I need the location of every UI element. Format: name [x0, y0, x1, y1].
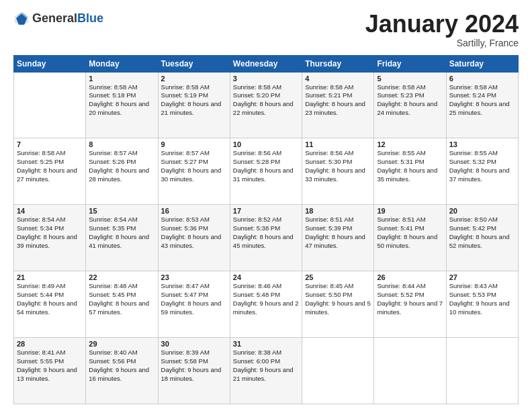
calendar-cell: 4 Sunrise: 8:58 AM Sunset: 5:21 PM Dayli… — [302, 72, 374, 138]
day-number: 23 — [161, 273, 227, 281]
cell-content: Sunrise: 8:54 AM Sunset: 5:35 PM Dayligh… — [89, 216, 154, 250]
sunrise: Sunrise: 8:47 AM — [161, 282, 227, 291]
day-number: 24 — [233, 273, 299, 281]
daylight: Daylight: 9 hours and 7 minutes. — [377, 300, 443, 317]
col-monday: Monday — [86, 55, 158, 72]
daylight: Daylight: 8 hours and 52 minutes. — [449, 233, 515, 250]
day-number: 30 — [161, 340, 227, 348]
sunset: Sunset: 5:18 PM — [89, 91, 154, 100]
calendar-cell: 22 Sunrise: 8:48 AM Sunset: 5:45 PM Dayl… — [86, 271, 158, 338]
day-number: 20 — [449, 207, 515, 215]
sunrise: Sunrise: 8:39 AM — [161, 349, 227, 357]
cell-content: Sunrise: 8:58 AM Sunset: 5:18 PM Dayligh… — [89, 83, 154, 118]
calendar-cell — [302, 338, 374, 404]
sunset: Sunset: 5:35 PM — [89, 224, 154, 233]
cell-content: Sunrise: 8:44 AM Sunset: 5:52 PM Dayligh… — [377, 282, 443, 316]
sunrise: Sunrise: 8:54 AM — [89, 216, 154, 224]
cell-content: Sunrise: 8:58 AM Sunset: 5:23 PM Dayligh… — [377, 83, 443, 118]
cell-content: Sunrise: 8:40 AM Sunset: 5:56 PM Dayligh… — [89, 349, 154, 383]
cell-content: Sunrise: 8:58 AM Sunset: 5:20 PM Dayligh… — [233, 83, 299, 118]
sunset: Sunset: 5:38 PM — [233, 224, 299, 233]
day-number: 31 — [233, 340, 299, 348]
daylight: Daylight: 8 hours and 33 minutes. — [305, 167, 371, 184]
calendar-cell: 29 Sunrise: 8:40 AM Sunset: 5:56 PM Dayl… — [86, 338, 158, 404]
day-number: 19 — [377, 207, 443, 215]
sunrise: Sunrise: 8:52 AM — [233, 216, 299, 224]
sunrise: Sunrise: 8:58 AM — [377, 83, 443, 92]
sunrise: Sunrise: 8:55 AM — [449, 149, 515, 158]
calendar-cell: 13 Sunrise: 8:55 AM Sunset: 5:32 PM Dayl… — [446, 138, 518, 205]
daylight: Daylight: 9 hours and 18 minutes. — [161, 366, 227, 383]
daylight: Daylight: 8 hours and 24 minutes. — [377, 100, 443, 118]
sunset: Sunset: 5:25 PM — [17, 158, 83, 167]
logo-blue: Blue — [77, 12, 103, 26]
sunrise: Sunrise: 8:54 AM — [17, 216, 83, 224]
cell-content: Sunrise: 8:58 AM Sunset: 5:21 PM Dayligh… — [305, 83, 371, 118]
logo-general: General — [32, 12, 77, 26]
sunrise: Sunrise: 8:56 AM — [233, 149, 299, 158]
day-number: 13 — [449, 140, 515, 148]
day-number: 8 — [89, 140, 154, 148]
cell-content: Sunrise: 8:57 AM Sunset: 5:27 PM Dayligh… — [161, 149, 227, 183]
calendar-cell: 14 Sunrise: 8:54 AM Sunset: 5:34 PM Dayl… — [14, 205, 86, 271]
daylight: Daylight: 8 hours and 23 minutes. — [305, 100, 371, 118]
sunset: Sunset: 5:53 PM — [449, 291, 515, 300]
calendar-cell: 15 Sunrise: 8:54 AM Sunset: 5:35 PM Dayl… — [86, 205, 158, 271]
sunset: Sunset: 5:41 PM — [377, 224, 443, 233]
calendar-cell: 20 Sunrise: 8:50 AM Sunset: 5:42 PM Dayl… — [446, 205, 518, 271]
calendar-cell: 10 Sunrise: 8:56 AM Sunset: 5:28 PM Dayl… — [230, 138, 302, 205]
daylight: Daylight: 8 hours and 45 minutes. — [233, 233, 299, 250]
sunset: Sunset: 5:44 PM — [17, 291, 83, 300]
day-number: 14 — [17, 207, 83, 215]
sunset: Sunset: 5:19 PM — [161, 91, 227, 100]
sunset: Sunset: 5:52 PM — [377, 291, 443, 300]
day-number: 5 — [377, 75, 443, 83]
daylight: Daylight: 8 hours and 57 minutes. — [89, 300, 154, 317]
sunrise: Sunrise: 8:48 AM — [89, 282, 154, 291]
calendar-cell: 18 Sunrise: 8:51 AM Sunset: 5:39 PM Dayl… — [302, 205, 374, 271]
calendar: Sunday Monday Tuesday Wednesday Thursday… — [13, 55, 519, 404]
day-number: 4 — [305, 75, 371, 83]
sunset: Sunset: 5:28 PM — [233, 158, 299, 167]
cell-content: Sunrise: 8:39 AM Sunset: 5:58 PM Dayligh… — [161, 349, 227, 383]
cell-content: Sunrise: 8:58 AM Sunset: 5:24 PM Dayligh… — [449, 83, 515, 118]
daylight: Daylight: 8 hours and 37 minutes. — [449, 167, 515, 184]
cell-content: Sunrise: 8:49 AM Sunset: 5:44 PM Dayligh… — [17, 282, 83, 316]
cell-content: Sunrise: 8:55 AM Sunset: 5:31 PM Dayligh… — [377, 149, 443, 183]
sunset: Sunset: 5:23 PM — [377, 91, 443, 100]
daylight: Daylight: 9 hours and 13 minutes. — [17, 366, 83, 383]
cell-content: Sunrise: 8:56 AM Sunset: 5:30 PM Dayligh… — [305, 149, 371, 183]
header-right: January 2024 Sartilly, France — [365, 11, 519, 48]
calendar-cell: 12 Sunrise: 8:55 AM Sunset: 5:31 PM Dayl… — [374, 138, 446, 205]
daylight: Daylight: 8 hours and 27 minutes. — [17, 167, 83, 184]
cell-content: Sunrise: 8:41 AM Sunset: 5:55 PM Dayligh… — [17, 349, 83, 383]
col-wednesday: Wednesday — [230, 55, 302, 72]
day-number: 11 — [305, 140, 371, 148]
daylight: Daylight: 8 hours and 22 minutes. — [233, 100, 299, 118]
day-number: 22 — [89, 273, 154, 281]
cell-content: Sunrise: 8:58 AM Sunset: 5:25 PM Dayligh… — [17, 149, 83, 183]
calendar-cell: 6 Sunrise: 8:58 AM Sunset: 5:24 PM Dayli… — [446, 72, 518, 138]
calendar-cell: 5 Sunrise: 8:58 AM Sunset: 5:23 PM Dayli… — [374, 72, 446, 138]
daylight: Daylight: 8 hours and 20 minutes. — [89, 100, 154, 118]
cell-content: Sunrise: 8:50 AM Sunset: 5:42 PM Dayligh… — [449, 216, 515, 250]
calendar-cell: 23 Sunrise: 8:47 AM Sunset: 5:47 PM Dayl… — [158, 271, 230, 338]
day-number: 17 — [233, 207, 299, 215]
sunrise: Sunrise: 8:58 AM — [17, 149, 83, 158]
day-number: 15 — [89, 207, 154, 215]
daylight: Daylight: 8 hours and 47 minutes. — [305, 233, 371, 250]
daylight: Daylight: 8 hours and 54 minutes. — [17, 300, 83, 317]
sunrise: Sunrise: 8:55 AM — [377, 149, 443, 158]
sunset: Sunset: 5:36 PM — [161, 224, 227, 233]
sunset: Sunset: 5:34 PM — [17, 224, 83, 233]
col-thursday: Thursday — [302, 55, 374, 72]
calendar-cell: 31 Sunrise: 8:38 AM Sunset: 6:00 PM Dayl… — [230, 338, 302, 404]
daylight: Daylight: 9 hours and 16 minutes. — [89, 366, 154, 383]
sunrise: Sunrise: 8:57 AM — [89, 149, 154, 158]
daylight: Daylight: 8 hours and 43 minutes. — [161, 233, 227, 250]
sunset: Sunset: 5:20 PM — [233, 91, 299, 100]
day-number: 18 — [305, 207, 371, 215]
cell-content: Sunrise: 8:53 AM Sunset: 5:36 PM Dayligh… — [161, 216, 227, 250]
sunset: Sunset: 5:47 PM — [161, 291, 227, 300]
cell-content: Sunrise: 8:45 AM Sunset: 5:50 PM Dayligh… — [305, 282, 371, 316]
